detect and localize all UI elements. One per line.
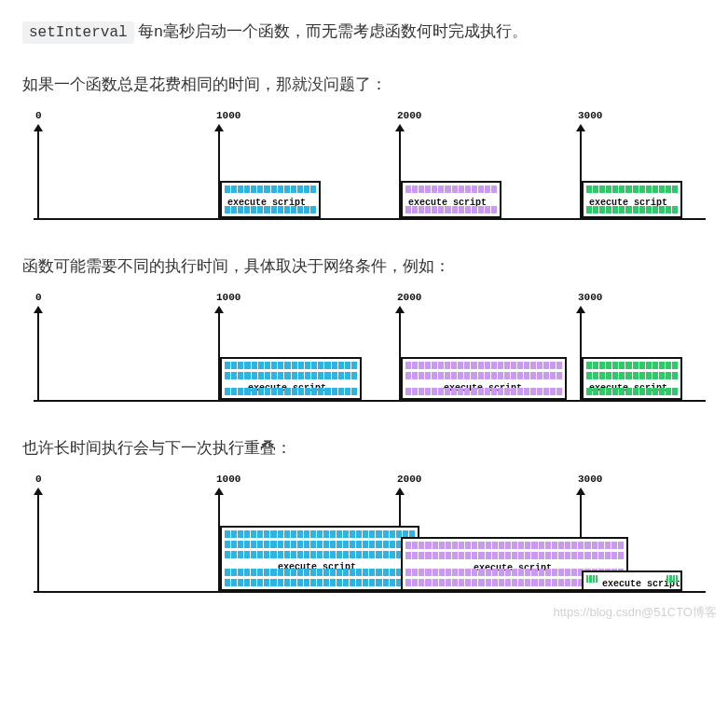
- tick-label: 2000: [397, 471, 421, 488]
- fill-row: [405, 542, 624, 549]
- arrowhead-icon: [214, 306, 224, 313]
- exec-block-violet: execute script: [401, 181, 501, 218]
- exec-block-green: execute script: [582, 570, 682, 591]
- fill-row: [225, 551, 415, 558]
- section-2-text: 函数可能需要不同的执行时间，具体取决于网络条件，例如：: [22, 254, 706, 281]
- fill-row: [225, 530, 415, 538]
- exec-block-green: execute script: [582, 181, 682, 218]
- arrowhead-icon: [395, 124, 405, 131]
- tick-label: 1000: [216, 471, 240, 488]
- fill-row: [225, 362, 357, 369]
- fill-row: [586, 362, 678, 369]
- exec-block-cyan: execute script: [220, 526, 419, 591]
- fill-row: [405, 388, 562, 395]
- exec-block-cyan: execute script: [220, 181, 321, 218]
- arrowhead-icon: [576, 488, 585, 495]
- arrowhead-icon: [395, 306, 405, 313]
- tick-label: 3000: [578, 471, 602, 488]
- tick-label: 0: [35, 107, 42, 125]
- fill-row: [666, 575, 678, 583]
- section-1-text: 如果一个函数总是花费相同的时间，那就没问题了：: [22, 72, 706, 99]
- tick-label: 1000: [216, 107, 240, 125]
- fill-row: [405, 552, 624, 559]
- tick-label: 0: [35, 289, 42, 307]
- arrowhead-icon: [34, 124, 43, 131]
- fill-row: [405, 362, 562, 369]
- watermark: https://blog.csdn@51CTO博客: [553, 602, 717, 623]
- tick-label: 1000: [216, 289, 240, 307]
- fill-row: [225, 206, 316, 213]
- fill-row: [225, 372, 357, 379]
- tick-label: 0: [35, 471, 42, 488]
- exec-block-green: execute script: [582, 357, 682, 400]
- section-3-text: 也许长时间执行会与下一次执行重叠：: [22, 435, 706, 462]
- baseline: [34, 400, 706, 402]
- fill-row: [405, 186, 497, 193]
- tick-label: 2000: [397, 289, 421, 307]
- fill-row: [405, 206, 497, 213]
- fill-row: [586, 206, 678, 213]
- arrowhead-icon: [576, 306, 585, 313]
- exec-block-violet: execute script: [401, 357, 567, 400]
- arrowhead-icon: [34, 488, 43, 495]
- fill-row: [586, 575, 598, 583]
- tick-label: 3000: [578, 289, 602, 307]
- timeline-diagram-3: 0 1000 2000 3000 execute script execute …: [22, 479, 706, 600]
- fill-row: [225, 388, 357, 395]
- arrowhead-icon: [34, 306, 43, 313]
- fill-row: [225, 579, 415, 586]
- arrowhead-icon: [214, 488, 224, 495]
- fill-row: [225, 569, 415, 576]
- fill-row: [225, 186, 316, 193]
- baseline: [34, 218, 706, 220]
- tick-label: 3000: [578, 107, 602, 125]
- intro-paragraph: setInterval 每n毫秒启动一个函数，而无需考虑函数何时完成执行。: [22, 19, 706, 46]
- tick-0: 0: [37, 131, 39, 220]
- tick-0: 0: [37, 495, 39, 593]
- exec-block-cyan: execute script: [220, 357, 362, 400]
- fill-row: [586, 372, 678, 379]
- timeline-diagram-2: 0 1000 2000 3000 execute script execute …: [22, 297, 706, 409]
- fill-row: [225, 541, 415, 548]
- timeline-diagram-1: 0 1000 2000 3000 execute script execute …: [22, 116, 706, 227]
- fill-row: [586, 186, 678, 193]
- fill-row: [405, 372, 562, 379]
- fill-row: [586, 388, 678, 395]
- intro-text: 每n毫秒启动一个函数，而无需考虑函数何时完成执行。: [134, 22, 528, 40]
- code-setinterval: setInterval: [22, 21, 134, 44]
- arrowhead-icon: [214, 124, 224, 131]
- tick-label: 2000: [397, 107, 421, 125]
- arrowhead-icon: [395, 488, 405, 495]
- tick-0: 0: [37, 313, 39, 402]
- arrowhead-icon: [576, 124, 585, 131]
